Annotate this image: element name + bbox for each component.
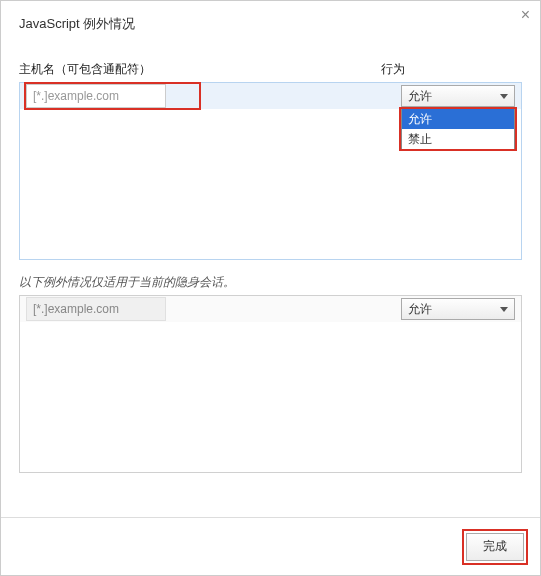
action-cell: 允许 允许 禁止 (382, 83, 521, 109)
javascript-exceptions-dialog: × JavaScript 例外情况 主机名（可包含通配符） 行为 [*.]exa… (0, 0, 541, 576)
incognito-exceptions-table: [*.]example.com 允许 (19, 295, 522, 473)
table-row: [*.]example.com 允许 (20, 296, 521, 322)
done-button[interactable]: 完成 (466, 533, 524, 561)
dropdown-option-block[interactable]: 禁止 (402, 129, 514, 149)
dropdown-menu: 允许 禁止 (401, 108, 515, 150)
dropdown-value: 允许 (408, 301, 432, 318)
chevron-down-icon (500, 307, 508, 312)
dialog-title: JavaScript 例外情况 (1, 1, 540, 43)
hostname-cell: [*.]example.com (20, 83, 382, 109)
hostname-input-incognito[interactable]: [*.]example.com (26, 297, 166, 321)
hostname-placeholder: [*.]example.com (33, 297, 119, 321)
action-header: 行为 (381, 61, 522, 78)
done-button-label: 完成 (483, 539, 507, 553)
hostname-header: 主机名（可包含通配符） (19, 61, 381, 78)
dialog-content: 主机名（可包含通配符） 行为 [*.]example.com 允许 (1, 61, 540, 473)
table-row: [*.]example.com 允许 允许 禁止 (20, 83, 521, 109)
action-dropdown-incognito[interactable]: 允许 (401, 298, 515, 320)
chevron-down-icon (500, 94, 508, 99)
action-cell: 允许 (382, 296, 521, 322)
close-icon[interactable]: × (521, 7, 530, 23)
dropdown-value: 允许 (408, 88, 432, 105)
column-headers: 主机名（可包含通配符） 行为 (19, 61, 522, 78)
action-dropdown[interactable]: 允许 (401, 85, 515, 107)
main-exceptions-table: [*.]example.com 允许 允许 禁止 (19, 82, 522, 260)
hostname-cell: [*.]example.com (20, 296, 382, 322)
dialog-footer: 完成 (1, 517, 540, 575)
hostname-input[interactable]: [*.]example.com (26, 84, 166, 108)
incognito-note: 以下例外情况仅适用于当前的隐身会话。 (19, 274, 522, 291)
hostname-placeholder: [*.]example.com (33, 84, 119, 108)
dropdown-option-allow[interactable]: 允许 (402, 109, 514, 129)
